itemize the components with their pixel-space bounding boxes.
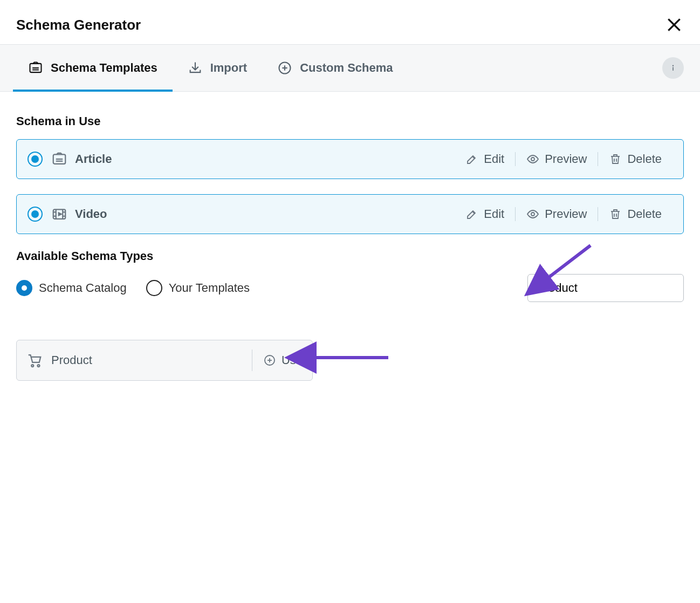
schema-result-product: Product Use <box>16 340 313 381</box>
tab-label: Import <box>210 61 247 75</box>
use-button[interactable]: Use <box>252 350 303 371</box>
schema-row-video[interactable]: Video Edit Preview Delete <box>16 194 684 234</box>
plus-circle-icon <box>277 60 292 76</box>
schema-name-label: Video <box>75 207 107 221</box>
search-field[interactable] <box>527 274 684 302</box>
info-icon <box>668 63 678 73</box>
radio-selected-icon <box>28 207 43 222</box>
tab-bar: Schema Templates Import Custom Schema <box>0 44 700 92</box>
eye-icon <box>526 153 539 166</box>
radio-schema-catalog[interactable]: Schema Catalog <box>16 280 127 296</box>
trash-icon <box>609 208 622 221</box>
tab-label: Custom Schema <box>300 61 393 75</box>
svg-rect-9 <box>672 67 674 71</box>
preview-button[interactable]: Preview <box>515 152 598 166</box>
info-button[interactable] <box>662 57 684 79</box>
import-icon <box>188 60 203 76</box>
search-input[interactable] <box>536 280 676 296</box>
action-label: Edit <box>484 207 504 221</box>
action-label: Preview <box>545 207 587 221</box>
section-heading-in-use: Schema in Use <box>16 114 684 128</box>
plus-circle-icon <box>263 354 276 367</box>
article-icon <box>51 151 67 167</box>
radio-label: Your Templates <box>169 281 250 295</box>
eye-icon <box>526 208 539 221</box>
edit-icon <box>465 208 478 221</box>
radio-label: Schema Catalog <box>39 281 127 295</box>
action-label: Preview <box>545 152 587 166</box>
radio-your-templates[interactable]: Your Templates <box>146 280 250 296</box>
video-icon <box>51 206 67 222</box>
radio-selected-icon <box>16 280 32 296</box>
edit-button[interactable]: Edit <box>455 207 515 221</box>
svg-point-8 <box>672 65 674 67</box>
filter-radio-group: Schema Catalog Your Templates <box>16 280 250 296</box>
tab-custom-schema[interactable]: Custom Schema <box>262 45 408 91</box>
schema-row-article[interactable]: Article Edit Preview Delete <box>16 139 684 179</box>
delete-button[interactable]: Delete <box>598 207 672 221</box>
svg-point-23 <box>531 213 534 216</box>
tab-import[interactable]: Import <box>173 45 262 91</box>
action-label: Delete <box>627 152 662 166</box>
trash-icon <box>609 153 622 166</box>
svg-point-26 <box>31 365 33 367</box>
radio-unselected-icon <box>146 280 162 296</box>
radio-selected-icon <box>28 152 43 167</box>
result-name-label: Product <box>51 353 92 367</box>
schema-name-label: Article <box>75 152 112 166</box>
tab-label: Schema Templates <box>51 61 157 75</box>
action-label: Edit <box>484 152 504 166</box>
svg-point-13 <box>531 157 534 161</box>
page-title: Schema Generator <box>16 17 141 33</box>
cart-icon <box>26 352 43 368</box>
delete-button[interactable]: Delete <box>598 152 672 166</box>
close-icon <box>665 16 683 33</box>
template-icon <box>28 60 43 76</box>
svg-point-27 <box>38 365 40 367</box>
tab-schema-templates[interactable]: Schema Templates <box>13 45 173 91</box>
action-label: Delete <box>627 207 662 221</box>
use-label: Use <box>282 353 303 367</box>
preview-button[interactable]: Preview <box>515 207 598 221</box>
close-button[interactable] <box>664 15 684 35</box>
edit-button[interactable]: Edit <box>455 152 515 166</box>
section-heading-available: Available Schema Types <box>16 249 684 263</box>
edit-icon <box>465 153 478 166</box>
annotation-arrow-icon <box>302 350 394 368</box>
